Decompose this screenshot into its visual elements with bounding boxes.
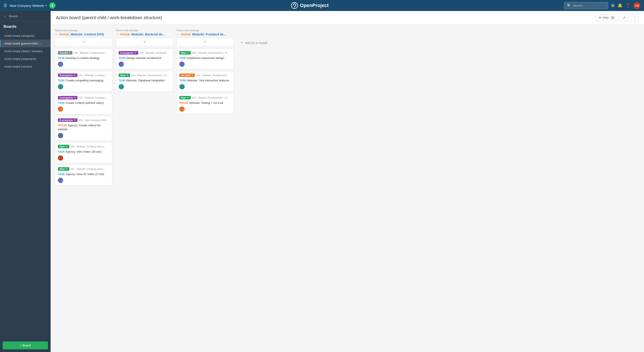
card-type-badge: TASK (58, 173, 66, 176)
card-number: #42 · Website: Creating t... (79, 96, 108, 99)
more-options-button[interactable]: ⋮ (630, 14, 639, 21)
drag-handle-icon[interactable]: ⋯ (116, 32, 119, 36)
fullscreen-button[interactable]: ⤢ (620, 14, 628, 21)
card[interactable]: Closed ▼#39 · Website: Creating texts ..… (55, 49, 112, 69)
status-badge[interactable]: In progress ▼ (58, 73, 78, 77)
status-caret-icon: ▼ (74, 74, 76, 76)
drag-handle-icon[interactable]: ⋯ (176, 32, 180, 36)
card-type-badge: TASK (58, 150, 66, 153)
avatar (180, 62, 185, 67)
app-logo: OpenProject (291, 2, 328, 9)
search-box[interactable]: 🔍 (564, 2, 608, 9)
create-new-button[interactable]: + (49, 2, 56, 8)
card-type-badge: TASK (119, 79, 126, 82)
add-card-button[interactable]: + (55, 38, 112, 46)
card-text: Create compelling messaging (66, 79, 103, 82)
card-meta: In progress ▼#42 · Website: Creating t..… (58, 96, 110, 99)
filter-button[interactable]: ▼ Filter 0 (595, 14, 618, 21)
card[interactable]: In progress ▼#55 · New Company Web...PHA… (55, 116, 112, 141)
card[interactable]: In progress ▼#44 · Website: Developm...T… (116, 49, 173, 69)
help-icon[interactable]: ❓ (626, 3, 630, 8)
status-caret-icon: ▼ (66, 145, 68, 148)
card[interactable]: New ▼#46 · Website: Development + R...TA… (176, 49, 234, 69)
status-badge[interactable]: In progress ▼ (58, 118, 78, 122)
card[interactable]: New ▼#57 · Website: Creating video c...T… (55, 165, 112, 185)
search-input[interactable] (573, 4, 605, 7)
status-badge[interactable]: New ▼ (58, 167, 69, 171)
avatar-image (58, 178, 63, 183)
card-body: PHASE Website: Testing + Go-Live (180, 101, 231, 105)
status-caret-icon: ▼ (187, 97, 189, 99)
card-meta: New ▼#57 · Website: Creating video c... (58, 167, 110, 171)
main-content: Action board (parent-child / work-breakd… (50, 11, 644, 352)
sidebar-item-action-subproject[interactable]: Action board (subproject) (0, 55, 50, 63)
column-title-link[interactable]: Website: Backend de... (132, 32, 165, 36)
card-body: TASK Implement responsive design (180, 56, 231, 60)
hamburger-menu[interactable]: ☰ (4, 3, 7, 8)
project-selector[interactable]: New Company Website ▾ (10, 4, 47, 7)
status-badge[interactable]: New ▼ (119, 73, 130, 77)
grid-icon[interactable]: ⊞ (611, 3, 614, 8)
status-badge[interactable]: On hold ▼ (180, 73, 195, 77)
add-board-button[interactable]: + Board (3, 342, 48, 349)
sidebar-back-button[interactable]: ← Boards (0, 11, 50, 21)
status-caret-icon: ▼ (66, 168, 68, 170)
add-card-button[interactable]: + (116, 38, 173, 46)
sidebar-spacer (0, 70, 50, 339)
drag-handle-icon[interactable]: ⋯ (55, 32, 58, 36)
sidebar-item-action-assignee[interactable]: Action board (assignee) (0, 32, 50, 40)
user-avatar[interactable]: CG (634, 2, 640, 9)
card-meta: On hold ▼#52 · Website: Development... (180, 73, 231, 77)
card-type-badge: TASK (58, 79, 66, 82)
status-badge[interactable]: In progress ▼ (119, 51, 138, 54)
app-layout: ← Boards Boards Action board (assignee) … (0, 0, 644, 352)
column-header: Parent work package⋯ PHASEWebsite: Backe… (116, 29, 173, 36)
card-type-label: PHASE Agency: Create videos for website (58, 123, 110, 131)
add-list-to-board-button[interactable]: +Add list to board (237, 38, 271, 47)
card[interactable]: New ▼#54 · Website: Development + R...PH… (176, 93, 234, 114)
avatar (58, 155, 63, 161)
card-body: TASK Create content (without video) (58, 101, 110, 105)
column-title-link[interactable]: Website: Content (#53) (71, 32, 104, 36)
add-list-label: Add list to board (245, 41, 267, 45)
status-badge[interactable]: New ▼ (180, 51, 191, 54)
sidebar-item-action-status[interactable]: Action board (status / kanban) (0, 47, 50, 55)
card-number: #55 · New Company Web... (79, 119, 108, 121)
search-icon: 🔍 (567, 3, 571, 8)
avatar (180, 106, 185, 112)
page-title: Action board (parent-child / work-breakd… (56, 15, 162, 20)
card-meta: In progress ▼#41 · Website: Creating t..… (58, 73, 110, 77)
column-title-link[interactable]: Website: Frontend de... (192, 32, 226, 36)
card-text: Website: Database integration (126, 79, 165, 82)
project-name: New Company Website (10, 4, 44, 7)
add-card-button[interactable]: + (176, 38, 234, 46)
status-badge[interactable]: Closed ▼ (58, 51, 72, 54)
card-footer (58, 106, 110, 112)
card-footer (58, 178, 110, 183)
status-badge[interactable]: New ▼ (58, 145, 69, 148)
card-body: TASK Agency: Intro Video (30 sec) (58, 150, 110, 154)
header-actions: ▼ Filter 0 ⤢ ⋮ (595, 14, 639, 21)
card[interactable]: New ▼#51 · Website: Development + R...TA… (116, 71, 173, 92)
card[interactable]: On hold ▼#52 · Website: Development...TA… (176, 71, 234, 92)
logo-icon (291, 2, 298, 9)
avatar (58, 178, 63, 183)
status-caret-icon: ▼ (187, 52, 189, 54)
avatar (58, 106, 63, 112)
sidebar-item-action-parent-child[interactable]: Action board (parent-child / ... (0, 40, 50, 47)
status-caret-icon: ▼ (74, 97, 76, 99)
avatar-image (58, 133, 63, 138)
notification-bell-icon[interactable]: 🔔 (618, 3, 622, 8)
status-badge[interactable]: New ▼ (180, 96, 191, 99)
phase-badge: PHASE (181, 33, 191, 36)
status-badge[interactable]: In progress ▼ (58, 96, 78, 99)
add-list-plus-icon: + (241, 40, 243, 45)
card[interactable]: In progress ▼#41 · Website: Creating t..… (55, 71, 112, 92)
card-type-label: TASK Create compelling messaging (58, 78, 110, 82)
sidebar-item-action-version[interactable]: Action board (version) (0, 63, 50, 70)
avatar-image (58, 84, 63, 89)
card-number: #46 · Website: Development + R... (192, 51, 229, 54)
column-header: Parent work package⋯ PHASEWebsite: Conte… (55, 29, 112, 36)
card[interactable]: In progress ▼#42 · Website: Creating t..… (55, 93, 112, 114)
card[interactable]: New ▼#56 · Website: Creating video c...T… (55, 142, 112, 163)
